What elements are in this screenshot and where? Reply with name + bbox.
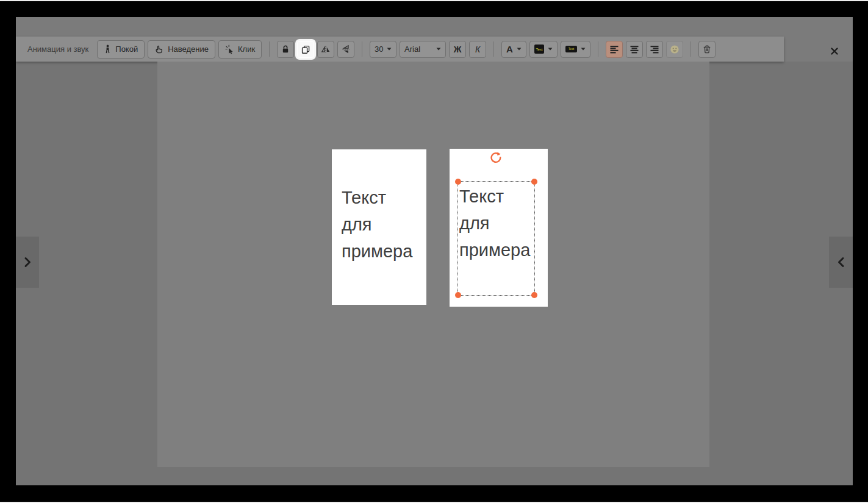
align-right-button[interactable] — [646, 41, 663, 58]
chevron-left-icon — [837, 257, 845, 268]
flip-horizontal-button[interactable] — [317, 41, 334, 58]
rotate-handle-icon[interactable] — [489, 151, 503, 165]
align-right-icon — [650, 45, 659, 54]
editor-window: Анимация и звук Покой Наведение — [16, 17, 853, 485]
slide-canvas — [157, 62, 709, 467]
flip-horizontal-icon — [321, 45, 331, 54]
caret-down-icon — [548, 48, 553, 51]
text-card[interactable]: Текст для примера — [332, 149, 426, 305]
toolbar-separator — [269, 41, 270, 57]
font-size-select[interactable]: 30 — [370, 41, 396, 58]
font-family-value: Arial — [404, 45, 420, 54]
block-bg-swatch-icon: Text — [565, 46, 577, 52]
flip-vertical-icon — [341, 45, 351, 54]
state-button-click[interactable]: Клик — [218, 40, 262, 59]
align-left-icon — [609, 45, 619, 54]
panel-title: Анимация и звук — [27, 45, 88, 54]
caret-down-icon — [387, 48, 392, 51]
text-color-icon: A — [506, 45, 513, 54]
close-button[interactable] — [826, 43, 843, 60]
right-panel-toggle[interactable] — [829, 237, 853, 288]
selection-handle[interactable] — [455, 292, 461, 298]
toolbar-separator — [493, 41, 494, 57]
caret-down-icon — [581, 48, 586, 51]
selection-handle[interactable] — [531, 292, 537, 298]
lock-button[interactable] — [277, 41, 294, 58]
state-button-hover-label: Наведение — [168, 45, 209, 54]
block-background-button[interactable]: Text — [561, 41, 590, 58]
caret-down-icon — [517, 48, 522, 51]
card-text: Текст для примера — [342, 184, 412, 265]
person-icon — [104, 45, 112, 54]
trash-icon — [702, 45, 712, 54]
duplicate-button[interactable] — [297, 41, 314, 58]
state-button-hover[interactable]: Наведение — [148, 40, 215, 59]
italic-label: К — [475, 45, 480, 54]
align-center-icon — [629, 45, 639, 54]
text-bg-swatch-icon: Text — [534, 45, 544, 54]
state-button-click-label: Клик — [238, 45, 255, 54]
bold-button[interactable]: Ж — [449, 41, 466, 58]
text-background-button[interactable]: Text — [529, 41, 558, 58]
emoji-icon — [670, 45, 680, 54]
lock-icon — [281, 45, 290, 54]
left-panel-toggle[interactable] — [16, 237, 39, 288]
bold-label: Ж — [454, 45, 462, 54]
emoji-button[interactable] — [666, 41, 683, 58]
state-button-idle-label: Покой — [115, 45, 138, 54]
selection-handle[interactable] — [455, 179, 461, 185]
close-icon — [830, 47, 839, 55]
font-size-value: 30 — [375, 45, 383, 54]
toolbar-separator — [690, 41, 691, 57]
text-color-button[interactable]: A — [501, 41, 526, 58]
click-cursor-icon — [225, 45, 234, 54]
toolbar-separator — [362, 41, 362, 57]
italic-button[interactable]: К — [469, 41, 486, 58]
align-center-button[interactable] — [626, 41, 643, 58]
state-button-idle[interactable]: Покой — [97, 40, 145, 59]
delete-button[interactable] — [698, 41, 716, 58]
chevron-right-icon — [23, 257, 32, 268]
caret-down-icon — [436, 48, 441, 51]
selection-rect[interactable] — [457, 181, 535, 296]
duplicate-icon — [301, 45, 310, 54]
screen-top-edge — [0, 0, 868, 1]
selection-handle[interactable] — [531, 179, 537, 185]
flip-vertical-button[interactable] — [337, 41, 354, 58]
align-left-button[interactable] — [606, 41, 623, 58]
text-card-selected[interactable]: Текст для примера — [450, 149, 548, 307]
animation-toolbar: Анимация и звук Покой Наведение — [16, 37, 784, 62]
hand-pointer-icon — [154, 45, 164, 54]
font-family-select[interactable]: Arial — [400, 41, 446, 58]
toolbar-separator — [598, 41, 598, 57]
